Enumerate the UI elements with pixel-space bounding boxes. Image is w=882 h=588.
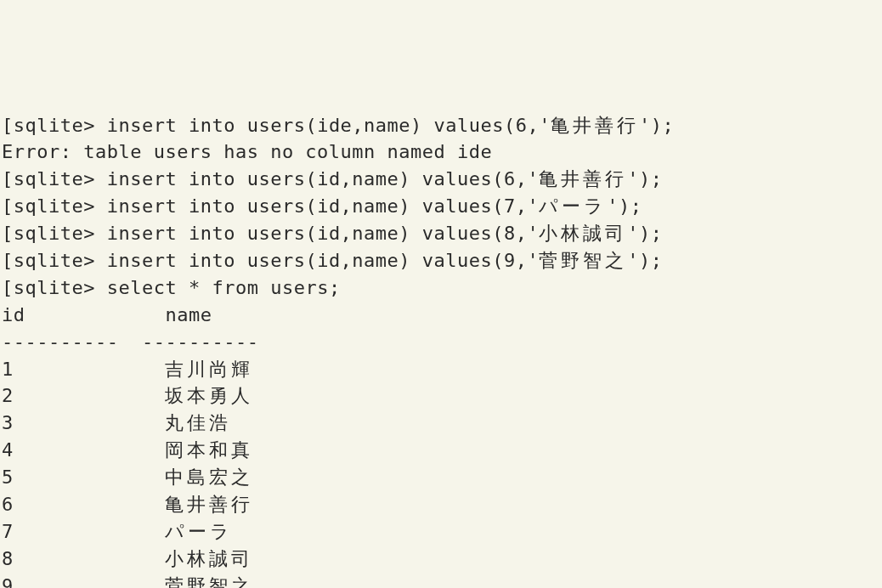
prompt-bracket: [ (2, 115, 14, 136)
result-id: 1 (2, 359, 165, 380)
result-name: 坂本勇人 (165, 385, 253, 406)
result-id: 4 (2, 439, 165, 461)
result-name: 菅野智之 (165, 575, 253, 588)
prompt-bracket: [ (2, 250, 14, 271)
sql-value-cjk: パーラ (539, 195, 607, 217)
sqlite-prompt: sqlite> (14, 168, 107, 189)
terminal-command-line: [sqlite> insert into users(id,name) valu… (2, 220, 882, 247)
sql-value-cjk: 亀井善行 (551, 115, 639, 136)
sqlite-prompt: sqlite> (14, 277, 107, 298)
result-name: パーラ (165, 521, 233, 542)
result-id: 7 (2, 521, 165, 542)
result-header-line: id name (2, 302, 882, 329)
sql-value-cjk: 菅野智之 (539, 250, 627, 271)
result-separator: ---------- ---------- (2, 331, 258, 353)
sql-command: insert into users(id,name) values(8,' (107, 223, 540, 244)
result-row: 7 パーラ (2, 518, 882, 546)
result-row: 4 岡本和真 (2, 437, 882, 464)
result-id: 3 (2, 412, 165, 433)
sql-value-cjk: 小林誠司 (539, 223, 627, 244)
result-name: 亀井善行 (165, 494, 253, 515)
result-id: 8 (2, 548, 165, 569)
terminal-command-line: [sqlite> select * from users; (2, 274, 882, 302)
terminal-command-line: [sqlite> insert into users(id,name) valu… (2, 247, 882, 274)
sqlite-prompt: sqlite> (14, 250, 107, 271)
prompt-bracket: [ (2, 168, 14, 189)
error-message: Error: table users has no column named i… (2, 141, 492, 162)
sql-command-suffix: '); (627, 168, 662, 189)
sql-command: insert into users(id,name) values(7,' (107, 195, 540, 217)
sqlite-prompt: sqlite> (14, 115, 107, 136)
prompt-bracket: [ (2, 223, 14, 244)
sql-command-suffix: '); (627, 223, 662, 244)
terminal-command-line: [sqlite> insert into users(id,name) valu… (2, 193, 882, 220)
result-row: 5 中島宏之 (2, 464, 882, 491)
sqlite-prompt: sqlite> (14, 195, 107, 217)
result-name: 中島宏之 (165, 466, 253, 488)
result-header: id name (2, 304, 212, 325)
prompt-bracket: [ (2, 277, 14, 298)
sql-command: insert into users(ide,name) values(6,' (107, 115, 551, 136)
sql-value-cjk: 亀井善行 (539, 168, 627, 189)
result-separator-line: ---------- ---------- (2, 329, 882, 356)
sql-command: select * from users; (107, 277, 341, 298)
result-name: 丸佳浩 (165, 412, 231, 433)
terminal-output[interactable]: [sqlite> insert into users(ide,name) val… (2, 112, 882, 588)
result-row: 8 小林誠司 (2, 546, 882, 573)
sql-command: insert into users(id,name) values(6,' (107, 168, 540, 189)
result-row: 2 坂本勇人 (2, 382, 882, 410)
result-name: 小林誠司 (165, 548, 253, 569)
prompt-bracket: [ (2, 195, 14, 217)
result-name: 岡本和真 (165, 439, 253, 461)
result-id: 2 (2, 385, 165, 406)
result-row: 1 吉川尚輝 (2, 356, 882, 383)
result-id: 5 (2, 466, 165, 488)
result-row: 9 菅野智之 (2, 573, 882, 588)
terminal-command-line: [sqlite> insert into users(id,name) valu… (2, 166, 882, 193)
result-row: 3 丸佳浩 (2, 410, 882, 437)
sql-command-suffix: '); (639, 115, 674, 136)
sql-command: insert into users(id,name) values(9,' (107, 250, 540, 271)
result-id: 6 (2, 494, 165, 515)
result-id: 9 (2, 575, 165, 588)
sqlite-prompt: sqlite> (14, 223, 107, 244)
result-row: 6 亀井善行 (2, 491, 882, 518)
sql-command-suffix: '); (627, 250, 662, 271)
result-name: 吉川尚輝 (165, 359, 253, 380)
sql-command-suffix: '); (607, 195, 642, 217)
terminal-error-line: Error: table users has no column named i… (2, 139, 882, 166)
terminal-command-line: [sqlite> insert into users(ide,name) val… (2, 112, 882, 139)
